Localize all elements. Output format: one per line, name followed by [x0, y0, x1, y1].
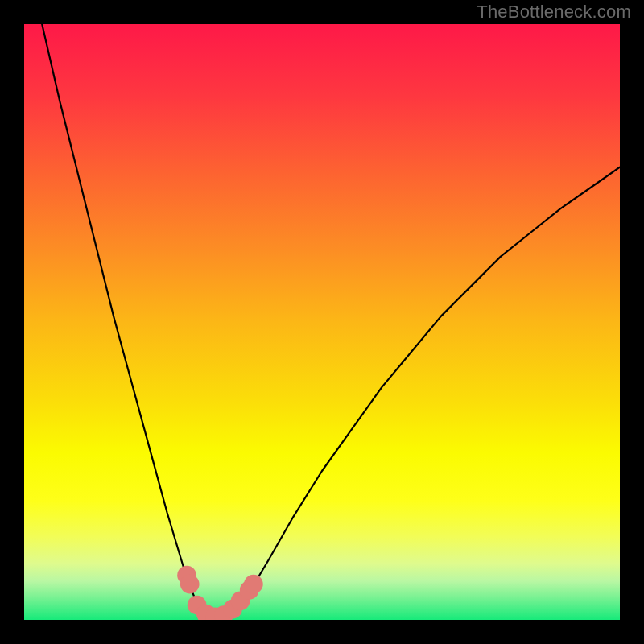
- highlight-marker: [244, 575, 263, 594]
- highlight-marker: [180, 575, 200, 594]
- gradient-background: [24, 24, 620, 620]
- chart-frame: TheBottleneck.com: [0, 0, 644, 644]
- plot-area: [24, 24, 620, 620]
- attribution-text: TheBottleneck.com: [477, 2, 631, 23]
- bottleneck-chart: [24, 24, 620, 620]
